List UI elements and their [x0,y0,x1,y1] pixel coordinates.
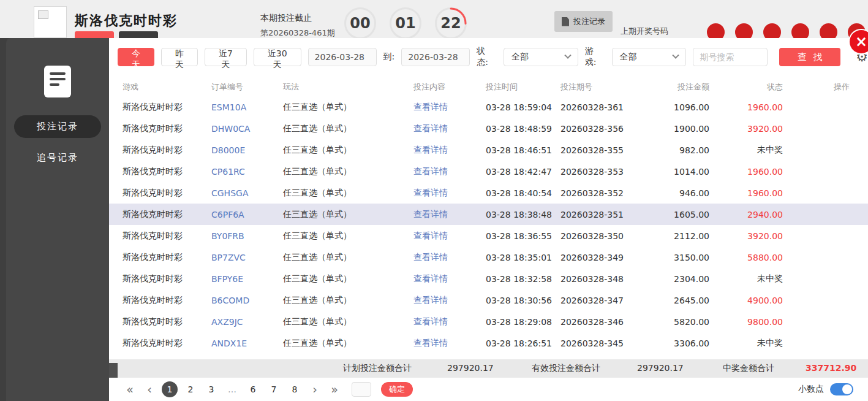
status-select-value: 全部 [511,52,529,63]
page-jump-confirm-button[interactable]: 确定 [381,382,413,397]
row-bet-time: 03-28 18:46:51 [486,145,560,155]
table-row[interactable]: 斯洛伐克时时彩CP61RC任三直选（单式）查看详情03-28 18:42:472… [109,161,868,182]
table-row[interactable]: 斯洛伐克时时彩AXZ9JC任三直选（单式）查看详情03-28 18:29:082… [109,311,868,332]
table-row[interactable]: 斯洛伐克时时彩BY0FRB任三直选（单式）查看详情03-28 18:36:552… [109,225,868,246]
page-number-button[interactable]: 3 [203,381,219,397]
order-number-link[interactable]: BFPY6E [211,274,283,284]
row-play-type: 任三直选（单式） [283,102,413,113]
row-play-type: 任三直选（单式） [283,273,413,285]
next-page-icon[interactable]: › [308,384,322,395]
search-button[interactable]: 查找 [779,48,840,66]
row-status: 9800.00 [709,317,783,327]
decimal-toggle[interactable] [830,383,853,395]
order-number-link[interactable]: B6COMD [211,296,283,305]
table-row[interactable]: 斯洛伐克时时彩DHW0CA任三直选（单式）查看详情03-28 18:48:592… [109,118,868,139]
table-row[interactable]: 斯洛伐克时时彩C6PF6A任三直选（单式）查看详情03-28 18:38:482… [109,204,868,225]
row-bet-time: 03-28 18:35:01 [486,253,560,262]
view-detail-link[interactable]: 查看详情 [413,273,486,285]
row-bet-amount: 3150.00 [652,253,709,262]
order-number-link[interactable]: D8000E [211,145,283,155]
close-icon[interactable]: × [850,30,868,53]
view-detail-link[interactable]: 查看详情 [413,166,486,177]
view-detail-link[interactable]: 查看详情 [413,123,486,134]
view-detail-link[interactable]: 查看详情 [413,252,486,263]
page-number-button[interactable]: 7 [266,381,282,397]
row-status: 未中奖 [709,338,783,349]
last-page-icon[interactable]: » [327,384,342,395]
date-from-input[interactable] [308,48,377,66]
prev-page-icon[interactable]: ‹ [142,384,157,395]
plan-total-label: 计划投注金额合计 [343,363,412,374]
view-detail-link[interactable]: 查看详情 [413,231,486,242]
order-number-link[interactable]: ESM10A [211,102,283,112]
row-status: 5880.00 [709,253,783,262]
table-row[interactable]: 斯洛伐克时时彩CGHSGA任三直选（单式）查看详情03-28 18:40:542… [109,182,868,204]
column-header-order: 订单编号 [211,82,283,93]
table-row[interactable]: 斯洛伐克时时彩ANDX1E任三直选（单式）查看详情03-28 18:26:512… [109,332,868,354]
page-number-button[interactable]: 8 [287,381,303,397]
order-number-link[interactable]: C6PF6A [211,210,283,220]
page-number-button[interactable]: 6 [245,381,261,397]
row-play-type: 任三直选（单式） [283,123,413,134]
view-detail-link[interactable]: 查看详情 [413,188,486,199]
table-row[interactable]: 斯洛伐克时时彩ESM10A任三直选（单式）查看详情03-28 18:59:042… [109,96,868,118]
table-body: 斯洛伐克时时彩ESM10A任三直选（单式）查看详情03-28 18:59:042… [109,96,868,354]
view-detail-link[interactable]: 查看详情 [413,145,486,156]
chevron-down-icon [564,52,571,59]
bet-record-button[interactable]: 投注记录 [554,11,613,32]
filter-yesterday-button[interactable]: 昨天 [161,48,198,66]
page-jump-input[interactable] [352,382,371,397]
period-search-input[interactable] [693,48,768,66]
filter-7days-button[interactable]: 近7天 [205,48,247,66]
row-play-type: 任三直选（单式） [283,316,413,327]
row-game-name: 斯洛伐克时时彩 [123,295,211,306]
order-number-link[interactable]: AXZ9JC [211,317,283,327]
order-number-link[interactable]: CP61RC [211,167,283,177]
order-number-link[interactable]: BP7ZVC [211,253,283,262]
order-number-link[interactable]: DHW0CA [211,124,283,134]
view-detail-link[interactable]: 查看详情 [413,209,486,220]
date-to-input[interactable] [401,48,470,66]
row-bet-period: 20260328-346 [560,317,652,327]
countdown: 000122 [344,7,467,39]
table-row[interactable]: 斯洛伐克时时彩BP7ZVC任三直选（单式）查看详情03-28 18:35:012… [109,246,868,268]
bet-records-modal: 今天 昨天 近7天 近30天 到: 状态: 全部 游戏: 全部 查找 ⚙ 游戏 … [109,38,868,401]
modal-sidebar: 投注记录 追号记录 [6,38,109,401]
row-status: 1960.00 [709,102,783,112]
document-icon [562,17,569,26]
view-detail-link[interactable]: 查看详情 [413,338,486,349]
row-status: 4900.00 [709,296,783,305]
filter-30days-button[interactable]: 近30天 [254,48,301,66]
order-number-link[interactable]: BY0FRB [211,231,283,241]
bet-record-button-label: 投注记录 [573,16,605,27]
row-bet-period: 20260328-348 [560,274,652,284]
table-row[interactable]: 斯洛伐克时时彩B6COMD任三直选（单式）查看详情03-28 18:30:562… [109,289,868,311]
row-game-name: 斯洛伐克时时彩 [123,209,211,220]
row-play-type: 任三直选（单式） [283,252,413,263]
first-page-icon[interactable]: « [123,384,137,395]
pagination-ellipsis: … [224,381,240,397]
view-detail-link[interactable]: 查看详情 [413,316,486,327]
table-row[interactable]: 斯洛伐克时时彩D8000E任三直选（单式）查看详情03-28 18:46:512… [109,139,868,161]
table-row[interactable]: 斯洛伐克时时彩BFPY6E任三直选（单式）查看详情03-28 18:32:582… [109,268,868,289]
order-number-link[interactable]: CGHSGA [211,188,283,198]
filter-today-button[interactable]: 今天 [118,48,154,66]
sidebar-item-bet-records[interactable]: 投注记录 [14,115,101,138]
countdown-circle: 01 [390,7,421,39]
column-header-period: 投注期号 [560,82,652,93]
view-detail-link[interactable]: 查看详情 [413,295,486,306]
page-title: 斯洛伐克时时彩 [75,12,178,30]
row-bet-time: 03-28 18:32:58 [486,274,560,284]
row-bet-time: 03-28 18:48:59 [486,124,560,134]
sidebar-item-chase-records[interactable]: 追号记录 [14,147,101,169]
row-bet-amount: 1605.00 [652,210,709,220]
status-select[interactable]: 全部 [504,48,578,66]
row-status: 1960.00 [709,167,783,177]
pagination-bar: « ‹ 123…678 › » 确定 小数点 [109,378,868,401]
order-number-link[interactable]: ANDX1E [211,338,283,348]
page-number-button[interactable]: 1 [162,381,178,397]
view-detail-link[interactable]: 查看详情 [413,102,486,113]
page-number-button[interactable]: 2 [183,381,198,397]
game-select[interactable]: 全部 [612,48,687,66]
to-label: 到: [383,52,395,63]
